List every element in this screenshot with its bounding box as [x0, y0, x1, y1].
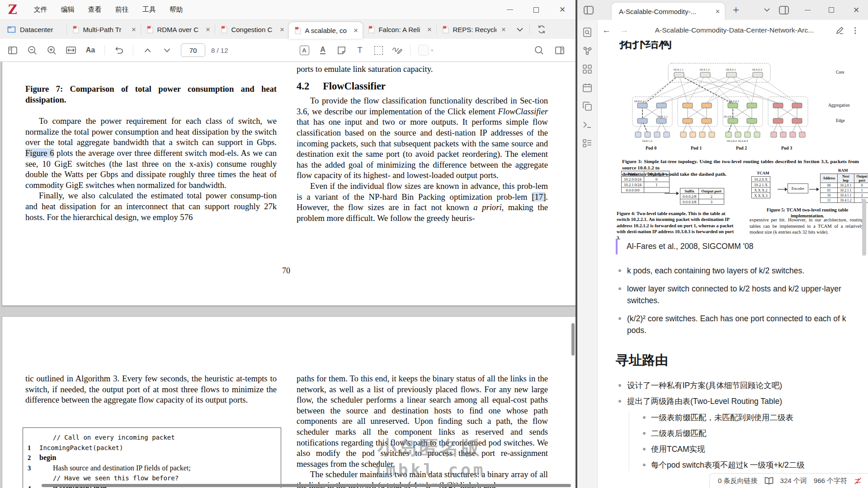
minimize-button[interactable] — [497, 0, 523, 20]
right-panel-toggle-icon[interactable] — [554, 45, 565, 56]
ram-label: RAM — [838, 168, 848, 173]
new-tab-icon[interactable]: + — [728, 0, 744, 20]
maximize-button[interactable] — [523, 0, 549, 20]
library-icon — [7, 26, 16, 33]
char-count[interactable]: 966 个字符 — [814, 477, 847, 485]
edit-icon[interactable] — [836, 26, 844, 34]
note-content[interactable]: Al-Fares et al., 2008, SIGCOMM '08 k pod… — [616, 239, 865, 475]
text-tool-icon[interactable]: T — [354, 45, 365, 56]
vertical-scrollbar[interactable] — [571, 323, 575, 356]
tab-label: Multi-Path Tr — [83, 26, 127, 33]
tab-close-icon[interactable]: ✕ — [204, 26, 211, 33]
backlinks-count[interactable]: 0 条反向链接 — [718, 477, 758, 485]
section-heading: 4.2FlowClassifier — [297, 81, 548, 92]
library-tab[interactable]: Datacenter — [0, 20, 66, 39]
code-line: // Have we seen this flow before? — [39, 473, 179, 483]
highlight-tool-icon[interactable]: A — [299, 45, 310, 56]
text-size-icon[interactable]: Aa — [85, 45, 96, 56]
undo-icon[interactable] — [113, 45, 124, 56]
svg-text:Core: Core — [836, 70, 844, 75]
underline-tool-icon[interactable]: A — [317, 45, 328, 56]
sync-icon[interactable] — [530, 20, 553, 39]
calendar-icon[interactable] — [582, 83, 592, 93]
previous-page-icon[interactable] — [142, 45, 153, 56]
pdf-page-2: tic outlined in Algorithm 3. Every few s… — [2, 316, 576, 488]
zoom-out-icon[interactable] — [27, 45, 38, 56]
copy-icon[interactable] — [582, 101, 592, 111]
tab-close-icon[interactable]: ✕ — [278, 26, 285, 33]
maximize-button[interactable] — [824, 0, 839, 20]
document-tab[interactable]: REPS: Recycle ✕ — [437, 20, 510, 39]
document-tab-active[interactable]: A scalable, co ✕ — [289, 22, 363, 39]
note-tab[interactable]: A-Scalable-Commodity-... ✕ — [612, 3, 725, 20]
tab-close-icon[interactable]: ✕ — [426, 26, 433, 33]
paragraph: To provide the flow classification funct… — [297, 95, 548, 181]
horizontal-scrollbar[interactable] — [42, 484, 571, 487]
minimize-button[interactable] — [800, 0, 815, 20]
note-tool-icon[interactable] — [336, 45, 347, 56]
left-sidebar-toggle-icon[interactable] — [581, 0, 596, 20]
back-icon[interactable]: ← — [598, 25, 615, 35]
fit-width-icon[interactable] — [66, 45, 76, 56]
tab-label: REPS: Recycle — [453, 26, 496, 33]
figure6-link[interactable]: Figure 6 — [25, 148, 54, 158]
forward-icon[interactable]: → — [615, 25, 633, 35]
menu-item[interactable]: 工具 — [136, 0, 163, 20]
page-number-input[interactable] — [181, 43, 205, 57]
tab-close-icon[interactable]: ✕ — [352, 27, 359, 34]
document-tab[interactable]: Congestion C ✕ — [215, 20, 289, 39]
code-line: // Call on every incoming packet — [39, 432, 175, 443]
tab-close-icon[interactable]: ✕ — [715, 8, 720, 15]
area-tool-icon[interactable] — [373, 45, 384, 56]
menu-item[interactable]: 帮助 — [163, 0, 190, 20]
search-document-icon[interactable] — [582, 27, 592, 37]
next-page-icon[interactable] — [161, 45, 172, 56]
menu-item[interactable]: 编辑 — [54, 0, 81, 20]
tab-close-icon[interactable]: ✕ — [500, 26, 507, 33]
graph-view-icon[interactable] — [582, 46, 592, 56]
document-tab[interactable]: RDMA over C ✕ — [141, 20, 215, 39]
tab-label: A scalable, co — [305, 27, 349, 34]
document-tab[interactable]: Multi-Path Tr ✕ — [67, 20, 141, 39]
document-tab[interactable]: Falcon: A Reli ✕ — [363, 20, 436, 39]
more-options-icon[interactable]: ⋮ — [851, 26, 859, 35]
draw-tool-icon[interactable] — [392, 45, 402, 56]
sidebar-toggle-icon[interactable] — [7, 45, 18, 56]
close-button[interactable]: ✕ — [549, 0, 576, 20]
word-count[interactable]: 324 个词 — [780, 477, 807, 485]
annotation-color-picker[interactable]: ▾ — [418, 45, 434, 56]
menu-item[interactable]: 查看 — [81, 0, 108, 20]
color-swatch — [418, 45, 429, 56]
note-title: A-Scalable-Commodity-Data-Center-Network… — [655, 26, 814, 34]
zoom-in-icon[interactable] — [46, 45, 57, 56]
section-heading: 寻址路由 — [616, 352, 865, 370]
svg-text:10.4.1.2: 10.4.1.2 — [699, 68, 710, 71]
tab-list-chevron[interactable] — [510, 20, 529, 39]
note-scrollbar[interactable] — [862, 199, 866, 256]
sync-error-icon[interactable] — [854, 477, 862, 485]
svg-text:Pod 2: Pod 2 — [736, 145, 747, 150]
menu-item[interactable]: 前往 — [108, 0, 136, 20]
right-sidebar-toggle-icon[interactable] — [776, 0, 792, 20]
figure7-caption: Figure 7: Comparison of total power cons… — [25, 84, 277, 105]
zotero-logo: Z — [8, 4, 17, 16]
menu-item[interactable]: 文件 — [27, 0, 54, 20]
canvas-icon[interactable] — [582, 64, 592, 74]
database-list-icon[interactable] — [582, 138, 592, 148]
page2-left-column: tic outlined in Algorithm 3. Every few s… — [25, 373, 277, 405]
svg-text:10.4.2.1: 10.4.2.1 — [726, 68, 736, 71]
tab-close-icon[interactable]: ✕ — [130, 26, 137, 33]
pdf-viewport[interactable]: Figure 7: Comparison of total power cons… — [0, 62, 576, 488]
close-button[interactable]: ✕ — [849, 0, 864, 20]
list-item: lower layer switch connected to k/2 host… — [616, 283, 865, 306]
paragraph: ports to emulate link saturation capacit… — [297, 64, 548, 75]
svg-text:10.0.1.1: 10.0.1.1 — [657, 115, 668, 118]
terminal-icon[interactable] — [582, 120, 592, 130]
tab-dropdown-icon[interactable] — [759, 0, 774, 20]
search-icon[interactable] — [533, 45, 544, 56]
figure4-5-image: PrefixOutput port 10.2.0.0/24010.2.1.0/2… — [616, 169, 863, 238]
tab-label: RDMA over C — [157, 26, 201, 33]
reading-mode-book-icon[interactable] — [764, 477, 774, 484]
citation-17-link[interactable]: [17] — [532, 192, 546, 202]
menu-bar: Z 文件编辑查看前往工具帮助 ✕ — [0, 0, 576, 20]
